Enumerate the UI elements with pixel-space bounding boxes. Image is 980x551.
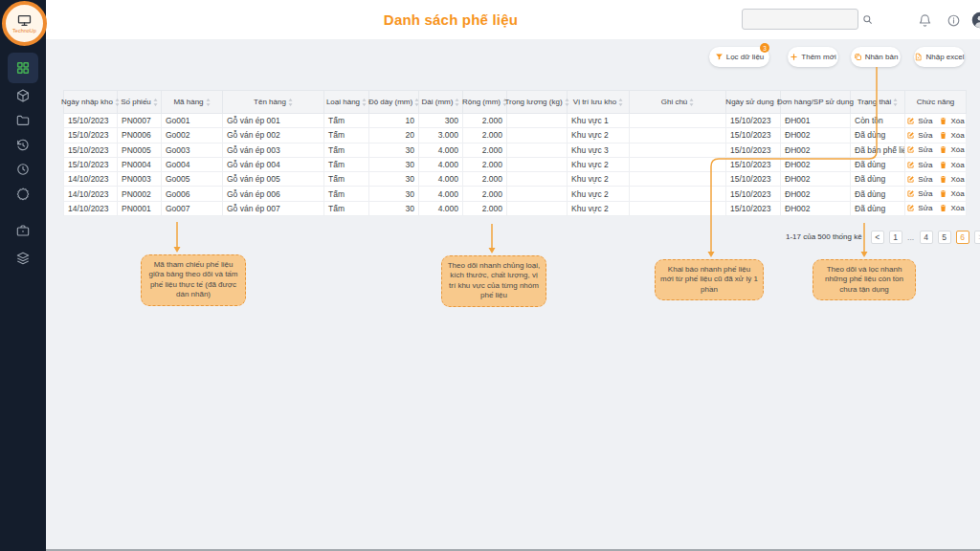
sort-icon — [414, 99, 419, 106]
trash-icon[interactable] — [939, 117, 947, 125]
pagination-page-4[interactable]: 4 — [920, 231, 933, 244]
search-input[interactable] — [743, 14, 862, 24]
add-new-button[interactable]: Thêm mới — [788, 47, 838, 67]
arrowhead — [489, 248, 496, 253]
edit-action[interactable]: Sửa — [918, 131, 932, 140]
edit-action[interactable]: Sửa — [918, 175, 932, 184]
cell: 300 — [419, 114, 463, 128]
duplicate-button[interactable]: Nhân bản — [851, 47, 901, 67]
column-header-4[interactable]: Tên hàng — [223, 91, 324, 114]
cell: 30 — [369, 201, 419, 215]
edit-icon[interactable] — [906, 131, 915, 140]
pagination-page-5[interactable]: 5 — [938, 231, 951, 244]
table-body: 15/10/2023PN0007Go001Gỗ ván ép 001Tấm103… — [64, 114, 967, 216]
cell: 2.000 — [463, 172, 507, 187]
column-header-8[interactable]: Rộng (mm) — [463, 91, 507, 114]
column-header-12[interactable]: Ngày sử dụng — [726, 91, 781, 114]
cell: Go001 — [162, 114, 223, 128]
sidebar-item-briefcase[interactable] — [0, 223, 46, 238]
pagination-page-6[interactable]: 6 — [956, 231, 969, 244]
trash-icon[interactable] — [939, 189, 947, 198]
sort-icon — [893, 99, 898, 106]
user-avatar[interactable] — [971, 11, 980, 29]
column-header-3[interactable]: Mã hàng — [162, 91, 223, 114]
cell: Tấm — [324, 114, 369, 128]
cell: ĐH002 — [781, 172, 851, 187]
plus-icon — [790, 53, 798, 61]
cell: 4.000 — [419, 143, 463, 157]
actions-cell: SửaXóa — [905, 187, 967, 201]
edit-action[interactable]: Sửa — [918, 161, 932, 169]
cell — [630, 143, 726, 157]
sidebar-item-cube[interactable] — [0, 88, 46, 103]
cell: PN0002 — [118, 187, 162, 201]
cell: 30 — [369, 157, 419, 171]
cell: Tấm — [324, 157, 369, 171]
cell: Go002 — [162, 128, 223, 143]
sidebar-item-folder[interactable] — [0, 113, 46, 128]
delete-action[interactable]: Xóa — [950, 131, 964, 140]
delete-action[interactable]: Xóa — [950, 189, 964, 198]
sort-icon — [362, 99, 367, 106]
app-logo: TechnoUp — [2, 1, 47, 46]
sidebar-item-dashboard-grid[interactable] — [0, 53, 46, 83]
sidebar-item-clock[interactable] — [0, 162, 46, 177]
edit-icon[interactable] — [906, 161, 915, 169]
trash-icon[interactable] — [939, 204, 947, 212]
cell: Gỗ ván ép 007 — [223, 201, 324, 215]
cell: 15/10/2023 — [64, 143, 118, 157]
sidebar-item-layers[interactable] — [0, 251, 46, 266]
column-header-10[interactable]: Vị trí lưu kho — [568, 91, 630, 114]
cell: 14/10/2023 — [64, 187, 118, 201]
trash-icon[interactable] — [939, 145, 947, 154]
delete-action[interactable]: Xóa — [950, 117, 964, 125]
edit-icon[interactable] — [906, 189, 915, 198]
table-row: 15/10/2023PN0006Go002Gỗ ván ép 002Tấm203… — [64, 128, 967, 143]
edit-icon[interactable] — [906, 117, 915, 125]
sidebar-item-seal[interactable] — [0, 187, 46, 202]
sidebar-item-history[interactable] — [0, 138, 46, 153]
cell — [630, 157, 726, 171]
cell — [507, 172, 568, 187]
trash-icon[interactable] — [939, 161, 947, 169]
column-header-2[interactable]: Số phiếu — [118, 91, 162, 114]
notification-bell-icon[interactable] — [916, 11, 933, 29]
scrap-table: Ngày nhập khoSố phiếuMã hàngTên hàngLoại… — [63, 90, 967, 216]
column-header-14[interactable]: Trạng thái — [851, 91, 905, 114]
cell: 30 — [369, 143, 419, 157]
delete-action[interactable]: Xóa — [950, 204, 964, 212]
trash-icon[interactable] — [939, 131, 947, 140]
edit-icon[interactable] — [906, 145, 915, 154]
delete-action[interactable]: Xóa — [950, 175, 964, 184]
column-header-7[interactable]: Dài (mm) — [419, 91, 463, 114]
search-icon[interactable] — [862, 14, 873, 25]
layers-icon — [15, 251, 31, 266]
edit-icon[interactable] — [906, 175, 915, 184]
cell: Đã bán phế liệu — [851, 143, 905, 157]
column-header-9[interactable]: Trọng lượng (kg) — [507, 91, 568, 114]
edit-action[interactable]: Sửa — [918, 189, 932, 198]
pagination-prev[interactable]: < — [871, 231, 884, 244]
table-row: 15/10/2023PN0007Go001Gỗ ván ép 001Tấm103… — [64, 114, 967, 128]
column-header-1[interactable]: Ngày nhập kho — [64, 91, 118, 114]
delete-action[interactable]: Xóa — [950, 145, 964, 154]
briefcase-icon — [15, 223, 31, 238]
column-header-11[interactable]: Ghi chú — [630, 91, 726, 114]
delete-action[interactable]: Xóa — [950, 161, 964, 169]
edit-action[interactable]: Sửa — [918, 117, 932, 125]
edit-action[interactable]: Sửa — [918, 204, 932, 212]
sort-icon — [153, 99, 158, 106]
edit-icon[interactable] — [906, 204, 915, 212]
column-header-5[interactable]: Loại hàng — [324, 91, 369, 114]
import-excel-button[interactable]: Nhập excel — [914, 47, 965, 67]
column-header-6[interactable]: Độ dày (mm) — [369, 91, 419, 114]
info-circle-icon[interactable] — [945, 11, 962, 29]
cell: Go005 — [162, 172, 223, 187]
cell: 15/10/2023 — [726, 187, 781, 201]
trash-icon[interactable] — [939, 175, 947, 184]
cell: 2.000 — [463, 128, 507, 143]
cell: Tấm — [324, 128, 369, 143]
pagination-page-1[interactable]: 1 — [889, 231, 902, 244]
pagination-ellipsis[interactable]: ... — [907, 231, 915, 244]
edit-action[interactable]: Sửa — [918, 145, 932, 154]
